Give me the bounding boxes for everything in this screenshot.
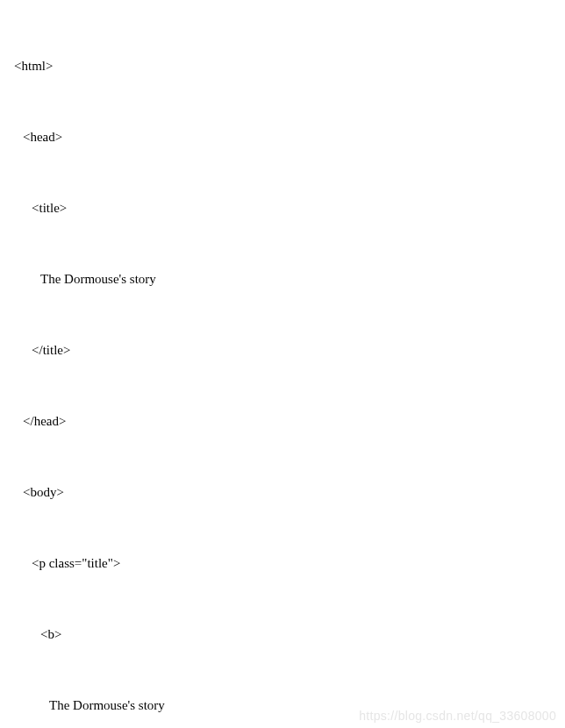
code-line: The Dormouse's story — [7, 268, 565, 291]
code-block: <html> <head> <title> The Dormouse's sto… — [0, 0, 565, 728]
code-line: <p class="title"> — [7, 552, 565, 575]
code-line: <html> — [7, 54, 565, 78]
code-line: </head> — [7, 410, 565, 433]
code-line: <body> — [7, 481, 565, 504]
code-line: <head> — [7, 125, 565, 149]
code-line: </title> — [7, 339, 565, 362]
code-line: <b> — [7, 623, 565, 646]
code-line: The Dormouse's story — [7, 694, 565, 717]
code-line: <title> — [7, 196, 565, 220]
